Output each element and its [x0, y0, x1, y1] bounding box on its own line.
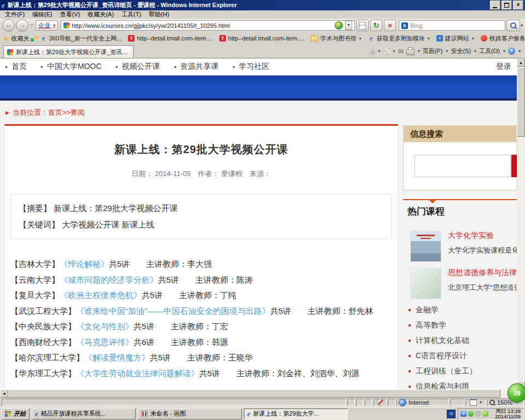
home-icon[interactable] — [370, 48, 375, 55]
tray-shield-icon[interactable] — [468, 411, 474, 417]
task-button-paint[interactable]: 未命名 - 画图 — [138, 409, 242, 419]
course-link[interactable]: 《城市问题的经济学分析》 — [60, 275, 158, 284]
menu-edit[interactable]: 编辑(E) — [28, 10, 56, 19]
horizontal-scroll-thumb[interactable] — [8, 389, 500, 398]
dropdown-caret-icon[interactable] — [518, 49, 521, 54]
tools-menu-button[interactable]: 工具(O) — [479, 47, 500, 55]
course-info: 共5讲 主讲教师：舒先林 — [270, 306, 373, 316]
search-go-button[interactable] — [506, 20, 520, 31]
dropdown-caret-icon[interactable] — [378, 49, 381, 54]
window-title: 新课上线：第29批大学视频公开课_资讯详细页 - 爱课程 - Windows I… — [8, 1, 490, 9]
dropdown-caret-icon[interactable] — [503, 49, 505, 54]
nav-item-community[interactable]: 学习社区 — [233, 62, 270, 72]
search-box[interactable]: Bing — [399, 20, 505, 31]
course-link[interactable]: 《大学生劳动就业法律问题解读》 — [76, 369, 199, 378]
start-button[interactable]: 开始 — [1, 408, 30, 420]
list-item[interactable]: 高等数学 — [403, 318, 517, 333]
close-button[interactable]: × — [513, 1, 523, 10]
scroll-up-arrow[interactable]: ▲ — [517, 59, 525, 67]
back-button[interactable]: ← — [2, 19, 15, 32]
tray-360-icon[interactable] — [482, 411, 488, 417]
security-menu-button[interactable]: 安全(S) — [451, 47, 471, 55]
favorites-star-icon[interactable]: ★ — [3, 34, 9, 43]
vertical-scroll-thumb[interactable] — [517, 67, 525, 137]
tab-current[interactable]: 新课上线：第29批大学视频公开课_资讯详细页 - ... — [3, 45, 133, 58]
dropdown-caret-icon[interactable] — [418, 49, 420, 54]
bookmark-tmall-2[interactable]: http--detail.tmall.com-item.... — [216, 34, 307, 43]
forward-button[interactable]: → — [16, 19, 28, 32]
featured-course[interactable]: 大学化学实验 大学化学实验课程是化 — [403, 231, 517, 262]
list-item[interactable]: 计算机文化基础 — [403, 333, 517, 348]
course-thumbnail[interactable] — [410, 268, 441, 299]
dropdown-caret-icon[interactable] — [393, 49, 395, 54]
nav-item-video-courses[interactable]: 视频公开课 — [116, 62, 160, 72]
menu-help[interactable]: 帮助(H) — [145, 10, 173, 19]
task-button-current-page[interactable]: 新课上线：第29批大学... — [244, 409, 348, 419]
bookmark-folder-library[interactable]: 学术与图书馆 — [307, 33, 365, 44]
status-view-pane[interactable] — [465, 399, 486, 406]
course-thumbnail[interactable] — [410, 231, 441, 262]
horizontal-scrollbar[interactable]: ◄ ► — [0, 389, 517, 398]
course-university: 【云南大学】 — [10, 275, 60, 284]
menu-tools[interactable]: 工具(T) — [118, 10, 145, 19]
sidebar-search-input[interactable] — [415, 155, 511, 177]
tray-user-icon[interactable] — [460, 411, 466, 417]
minimize-button[interactable] — [490, 1, 500, 10]
course-link[interactable]: 《欧洲主权债券危机》 — [60, 290, 142, 300]
mail-icon[interactable] — [398, 48, 404, 55]
login-link[interactable]: 登录 — [496, 62, 511, 72]
stop-button[interactable]: × — [384, 20, 396, 31]
compatibility-view-button[interactable] — [357, 20, 369, 31]
url-dropdown-button[interactable]: ▼ — [345, 21, 352, 30]
course-link[interactable]: 《谁来给中国“加油”——中国石油安全的困境与出路》 — [76, 306, 270, 316]
menu-file[interactable]: 文件(F) — [1, 10, 28, 19]
course-link[interactable]: 《文化与性别》 — [76, 322, 133, 331]
bookmark-tmall-1[interactable]: http--detail.tmall.com-item.... — [125, 34, 216, 43]
dropdown-caret-icon[interactable] — [446, 49, 448, 54]
favorites-label[interactable]: 收藏夹 — [11, 34, 30, 43]
menu-favorites[interactable]: 收藏夹(A) — [84, 10, 118, 19]
article-meta: 日期： 2014-11-05 作者： 爱课程 来源： — [10, 169, 392, 179]
course-link[interactable]: 《悖论解秘》 — [60, 259, 109, 269]
quick-launch-icon[interactable] — [447, 410, 456, 418]
list-item[interactable]: 工程训练（金工） — [403, 364, 517, 379]
course-row: 【吉林大学】《悖论解秘》共5讲 主讲教师：李大强 — [10, 256, 392, 272]
task-button-courses-system[interactable]: 精品开放课程共享系统... — [32, 409, 136, 419]
restore-button[interactable] — [501, 1, 512, 10]
list-item[interactable]: 金融学 — [403, 302, 517, 318]
bookmark-railway[interactable]: 铁路客户服务中心 — [477, 33, 525, 44]
featured-course-link[interactable]: 大学化学实验 — [448, 231, 517, 241]
course-link[interactable]: 《马克思评传》 — [76, 337, 133, 347]
featured-course[interactable]: 思想道德修养与法律基 北京理工大学“思想道德 — [403, 268, 517, 299]
course-row: 【武汉工程大学】《谁来给中国“加油”——中国石油安全的困境与出路》共5讲 主讲教… — [10, 304, 392, 319]
rss-icon[interactable] — [383, 48, 390, 55]
menu-view[interactable]: 查看(V) — [56, 10, 84, 19]
page-menu-button[interactable]: 页面(P) — [423, 47, 443, 55]
tray-volume-icon[interactable] — [475, 411, 481, 417]
nav-item-mooc[interactable]: 中国大学MOOC — [41, 62, 102, 72]
url-field[interactable]: http://www.icourses.cn/gjjpkc/sy/yw/2014… — [61, 20, 355, 31]
featured-course-link[interactable]: 思想道德修养与法律基 — [448, 268, 517, 278]
history-caret-icon[interactable]: ▽ — [30, 23, 33, 28]
refresh-button[interactable]: ↻ — [370, 20, 382, 31]
bookmark-addons[interactable]: 获取更多附加模块 — [365, 33, 433, 44]
scroll-left-arrow[interactable]: ◄ — [0, 389, 8, 398]
addon-circle-icon[interactable] — [335, 21, 343, 30]
bookmark-suggested-sites[interactable]: 建议网站 — [433, 33, 477, 44]
breadcrumb-text[interactable]: 当前位置：首页>>要闻 — [13, 108, 85, 118]
list-item[interactable]: C语言程序设计 — [403, 348, 517, 364]
nav-item-home[interactable]: 首页 — [5, 62, 27, 72]
bookmark-360nav[interactable]: 360导航_新一代安全上网... — [37, 33, 125, 44]
zone-mode-button[interactable]: 企业 — [36, 20, 58, 31]
search-options-caret-icon[interactable] — [521, 23, 523, 28]
dropdown-caret-icon[interactable] — [474, 49, 476, 54]
tray-clock[interactable]: 周日 13:28 2014/11/09 — [490, 409, 521, 419]
search-engine-label[interactable]: Bing — [410, 22, 503, 29]
printer-icon[interactable] — [406, 49, 415, 55]
vertical-scrollbar[interactable]: ▲ ▼ — [517, 59, 525, 389]
nav-item-shared-resources[interactable]: 资源共享课 — [174, 62, 219, 72]
url-text[interactable]: http://www.icourses.cn/gjjpkc/sy/yw/2014… — [72, 22, 332, 29]
course-link[interactable]: 《解读爱情魔方》 — [84, 353, 150, 362]
speed-ball-badge[interactable]: 39 — [508, 383, 525, 402]
help-icon[interactable] — [508, 48, 515, 55]
